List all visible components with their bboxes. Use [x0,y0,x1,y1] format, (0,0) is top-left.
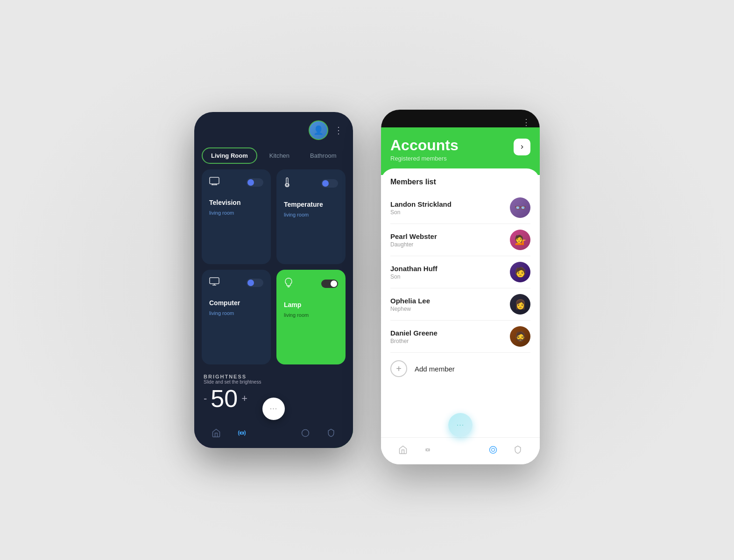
member-name-jonathan: Jonathan Huff [390,265,438,273]
members-list-title: Members list [381,178,540,192]
room-tabs: Living Room Kitchen Bathroom Bed [194,144,353,169]
tab-kitchen[interactable]: Kitchen [261,148,298,163]
phones-container: 👤 ⋮ Living Room Kitchen Bathroom Bed [194,96,540,464]
nav-light-circle[interactable] [488,445,498,457]
member-row-ophelia[interactable]: Ophelia Lee Nephew 👩 [381,288,540,320]
svg-point-13 [489,447,496,454]
device-card-television[interactable]: Television living room [202,169,271,264]
add-member-row[interactable]: + Add member [381,353,540,385]
nav-home-icon[interactable] [212,428,221,440]
temperature-location: living room [284,212,338,217]
fab-button-light[interactable]: ··· [448,413,473,437]
member-name-ophelia: Ophelia Lee [390,297,430,305]
svg-point-11 [302,429,309,436]
member-avatar-daniel: 🧔 [510,326,530,347]
devices-grid: Television living room Temperature livin… [194,169,353,370]
temperature-name: Temperature [284,201,338,208]
member-role-pearl: Daughter [390,241,437,248]
member-role-landon: Son [390,209,452,216]
device-card-lamp[interactable]: Lamp living room [276,270,346,364]
brightness-minus-button[interactable]: - [204,392,207,405]
more-menu-light[interactable]: ⋮ [522,117,530,127]
member-name-daniel: Daniel Greene [390,329,438,337]
member-info-pearl: Pearl Webster Daughter [390,232,437,248]
member-info-jonathan: Jonathan Huff Son [390,265,438,280]
member-name-landon: Landon Strickland [390,200,452,208]
user-avatar[interactable]: 👤 [309,120,328,140]
member-avatar-landon: 👓 [510,197,530,218]
nav-light-shield[interactable] [513,445,522,457]
member-role-ophelia: Nephew [390,306,430,312]
phone-light: ⋮ Accounts Registered members Members li… [381,110,540,464]
accounts-arrow-button[interactable] [514,139,530,155]
brightness-value: 50 [211,386,238,411]
nav-shield-icon[interactable] [326,428,336,440]
member-row-jonathan[interactable]: Jonathan Huff Son 🧑 [381,256,540,288]
member-info-landon: Landon Strickland Son [390,200,452,216]
member-info-ophelia: Ophelia Lee Nephew [390,297,430,312]
brightness-label: BRIGHTNESS [204,374,344,379]
phone-light-top: ⋮ [381,110,540,127]
svg-rect-0 [210,177,219,184]
member-row-daniel[interactable]: Daniel Greene Brother 🧔 [381,321,540,352]
svg-point-4 [286,184,289,186]
fab-button-dark[interactable]: ··· [262,398,285,420]
more-menu-button[interactable]: ⋮ [334,125,344,136]
lamp-name: Lamp [284,301,338,308]
phone-dark: 👤 ⋮ Living Room Kitchen Bathroom Bed [194,112,353,448]
television-toggle[interactable] [247,178,263,187]
brightness-sublabel: Slide and set the brightness [204,379,344,385]
svg-point-10 [240,432,243,434]
lamp-toggle[interactable] [321,280,338,288]
television-location: living room [209,210,263,216]
thermometer-icon [284,177,292,189]
add-member-label: Add member [415,365,455,373]
member-role-daniel: Brother [390,338,438,344]
brightness-plus-button[interactable]: + [241,392,247,405]
tv-icon [209,177,219,188]
tab-bathroom[interactable]: Bathroom [302,148,345,163]
nav-circle-icon[interactable] [301,428,310,440]
accounts-header: Accounts Registered members [381,127,540,175]
svg-rect-5 [210,278,219,284]
accounts-title: Accounts [390,137,459,154]
device-card-computer[interactable]: Computer living room [202,270,271,364]
bulb-icon [284,277,293,290]
member-role-jonathan: Son [390,273,438,280]
svg-point-14 [491,448,494,452]
lamp-location: living room [284,312,338,318]
nav-light-home[interactable] [398,445,408,457]
member-row-pearl[interactable]: Pearl Webster Daughter 💁 [381,224,540,256]
bottom-nav-dark [194,420,353,448]
temperature-toggle[interactable] [321,179,338,188]
accounts-subtitle: Registered members [390,155,459,162]
member-name-pearl: Pearl Webster [390,232,437,240]
computer-location: living room [209,310,263,316]
computer-toggle[interactable] [247,279,263,287]
member-row-landon[interactable]: Landon Strickland Son 👓 [381,192,540,224]
tab-bedroom[interactable]: Bed [348,148,353,163]
member-avatar-ophelia: 👩 [510,294,530,315]
nav-signal-icon[interactable] [237,428,247,440]
add-member-icon: + [390,360,407,377]
monitor-icon [209,277,219,288]
television-name: Television [209,199,263,206]
member-info-daniel: Daniel Greene Brother [390,329,438,344]
tab-living-room[interactable]: Living Room [202,147,257,164]
svg-point-12 [427,449,429,451]
member-avatar-pearl: 💁 [510,230,530,250]
computer-name: Computer [209,299,263,307]
bottom-nav-light [381,437,540,464]
member-avatar-jonathan: 🧑 [510,262,530,282]
nav-light-signal[interactable] [423,445,432,457]
phone-header: 👤 ⋮ [194,112,353,144]
device-card-temperature[interactable]: Temperature living room [276,169,346,264]
